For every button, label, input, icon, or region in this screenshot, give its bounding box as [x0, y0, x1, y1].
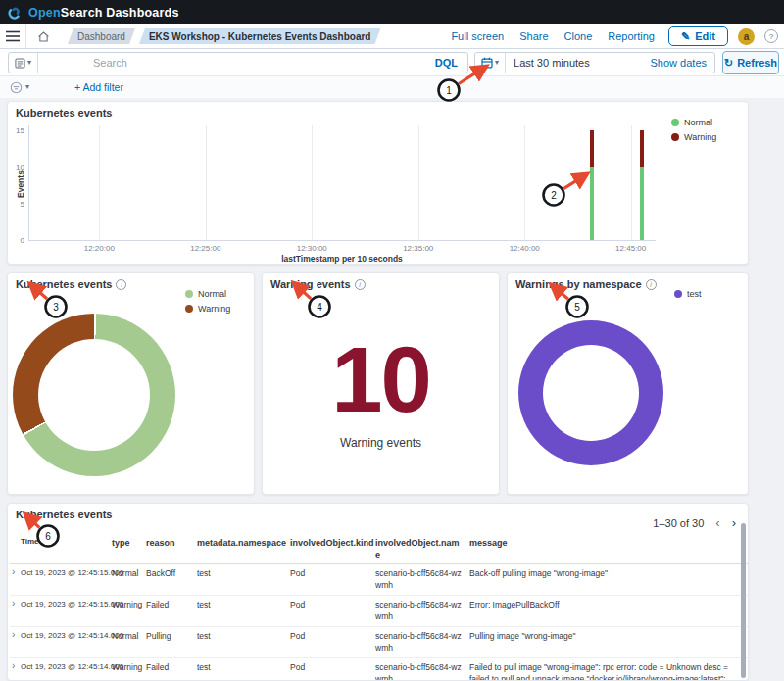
namespace-donut-chart[interactable] — [518, 320, 663, 465]
refresh-button[interactable]: ↻ Refresh — [722, 51, 779, 74]
saved-query-menu-button[interactable]: ▾ — [9, 53, 38, 73]
info-icon[interactable]: i — [355, 279, 366, 290]
y-tick-label: 5 — [9, 199, 24, 208]
events-table: Time▾typereasonmetadata.namespaceinvolve… — [10, 534, 748, 681]
x-tick-label: 12:45:00 — [615, 244, 646, 253]
legend-dot — [671, 119, 679, 126]
table-scrollbar[interactable] — [741, 523, 746, 678]
cell-name: scenario-b-cff56c84-wzwmh — [375, 596, 469, 626]
edit-button[interactable]: ✎ Edit — [668, 26, 728, 46]
expand-row-icon[interactable]: › — [10, 658, 21, 672]
legend-item-warning[interactable]: Warning — [671, 132, 716, 142]
query-bar: ▾ DQL ▾ Last 30 minutes Show dates ↻ Ref… — [0, 49, 784, 76]
legend-item-test[interactable]: test — [674, 289, 702, 299]
previous-page-icon[interactable]: ‹ — [715, 516, 719, 529]
column-header-metadata-namespace[interactable]: metadata.namespace — [197, 534, 290, 552]
events-histogram-chart: 12:20:0012:25:0012:30:0012:35:0012:40:00… — [8, 102, 748, 264]
events-donut-chart[interactable] — [13, 314, 175, 476]
opensearch-logo-icon — [8, 5, 23, 20]
date-picker-control: ▾ Last 30 minutes Show dates — [474, 52, 715, 73]
sort-desc-icon: ▾ — [41, 538, 45, 545]
legend-label: test — [687, 289, 702, 299]
cell-reason: Pulling — [146, 627, 197, 646]
nav-link-reporting[interactable]: Reporting — [608, 30, 655, 42]
cell-namespace: test — [197, 658, 290, 677]
nav-link-share[interactable]: Share — [519, 30, 548, 42]
info-icon[interactable]: i — [646, 279, 657, 290]
bar-segment-normal[interactable] — [640, 167, 644, 240]
bar-segment-warning[interactable] — [640, 130, 644, 167]
nav-link-clone[interactable]: Clone — [564, 30, 593, 42]
column-header-type[interactable]: type — [112, 534, 146, 552]
time-range-label[interactable]: Last 30 minutes — [506, 57, 590, 69]
column-header-message[interactable]: message — [469, 534, 748, 552]
legend-item-warning[interactable]: Warning — [185, 304, 230, 314]
cell-type: Normal — [112, 627, 146, 646]
grid-line — [418, 125, 419, 240]
chart-legend: NormalWarning — [185, 289, 230, 314]
panel-warning-events-metric: Warning events i 10 Warning events — [262, 272, 500, 495]
legend-dot — [185, 305, 193, 313]
add-filter-button[interactable]: + Add filter — [74, 81, 123, 93]
chart-legend: NormalWarning — [671, 118, 716, 142]
cell-message: Pulling image "wrong-image" — [469, 627, 748, 646]
bar-segment-warning[interactable] — [590, 130, 594, 167]
breadcrumb-dashboard[interactable]: Dashboard — [68, 28, 135, 44]
legend-label: Warning — [684, 132, 716, 142]
legend-item-normal[interactable]: Normal — [185, 289, 230, 299]
bar-segment-normal[interactable] — [590, 167, 594, 240]
grid-line — [206, 125, 207, 240]
panel-title: Warning events i — [270, 278, 366, 290]
query-language-button[interactable]: DQL — [425, 57, 467, 69]
expand-row-icon[interactable]: › — [10, 596, 21, 609]
avatar[interactable]: a — [738, 28, 755, 45]
logo-text-open: Open — [28, 6, 61, 20]
cell-type: Normal — [112, 564, 146, 583]
cell-message: Failed to pull image "wrong-image": rpc … — [469, 658, 748, 681]
table-row: ›Oct 19, 2023 @ 12:45:15.000NormalBackOf… — [10, 564, 748, 596]
cell-message: Error: ImagePullBackOff — [469, 596, 748, 614]
expand-row-icon[interactable]: › — [10, 627, 21, 641]
x-tick-label: 12:40:00 — [510, 244, 540, 253]
cell-name: scenario-b-cff56c84-wzwmh — [375, 627, 469, 657]
grid-line — [312, 125, 313, 240]
legend-item-normal[interactable]: Normal — [671, 118, 716, 127]
chevron-down-icon: ▾ — [27, 59, 31, 67]
next-page-icon[interactable]: › — [732, 516, 736, 529]
cell-kind: Pod — [290, 627, 375, 646]
show-dates-button[interactable]: Show dates — [651, 57, 714, 69]
nav-link-full-screen[interactable]: Full screen — [451, 30, 504, 42]
grid-line — [631, 125, 632, 240]
filter-menu-button[interactable]: ▾ — [10, 81, 29, 94]
menu-icon[interactable] — [0, 24, 25, 48]
legend-label: Warning — [198, 304, 230, 314]
cell-kind: Pod — [290, 596, 375, 614]
info-icon[interactable]: i — [116, 279, 126, 290]
panel-title: Warnings by namespace i — [515, 278, 657, 290]
cell-namespace: test — [197, 627, 290, 646]
warning-events-metric-label: Warning events — [263, 436, 499, 450]
column-header-reason[interactable]: reason — [146, 534, 197, 552]
calendar-menu-button[interactable]: ▾ — [475, 53, 506, 73]
cell-type: Warning — [112, 658, 146, 677]
pencil-icon: ✎ — [681, 30, 690, 43]
chart-legend: test — [674, 289, 702, 299]
cell-time: Oct 19, 2023 @ 12:45:14.000 — [21, 627, 112, 646]
cell-reason: Failed — [146, 658, 197, 677]
search-control: ▾ DQL — [8, 52, 468, 73]
grid-line — [524, 125, 525, 240]
legend-label: Normal — [684, 118, 712, 127]
table-row: ›Oct 19, 2023 @ 12:45:14.000WarningFaile… — [10, 658, 748, 681]
help-icon[interactable]: ? — [764, 29, 778, 43]
table-header-row: Time▾typereasonmetadata.namespaceinvolve… — [10, 534, 748, 564]
legend-dot — [674, 290, 682, 298]
expand-row-icon[interactable]: › — [10, 564, 21, 578]
column-header-involvedobject-name[interactable]: involvedObject.name — [375, 534, 469, 563]
column-header-time[interactable]: Time▾ — [21, 534, 112, 551]
home-icon[interactable] — [30, 24, 56, 48]
legend-label: Normal — [198, 289, 226, 299]
search-input[interactable] — [38, 56, 425, 70]
cell-time: Oct 19, 2023 @ 12:45:15.000 — [21, 564, 112, 583]
opensearch-logo[interactable]: OpenSearch Dashboards — [8, 5, 179, 20]
column-header-involvedobject-kind[interactable]: involvedObject.kind — [290, 534, 375, 552]
